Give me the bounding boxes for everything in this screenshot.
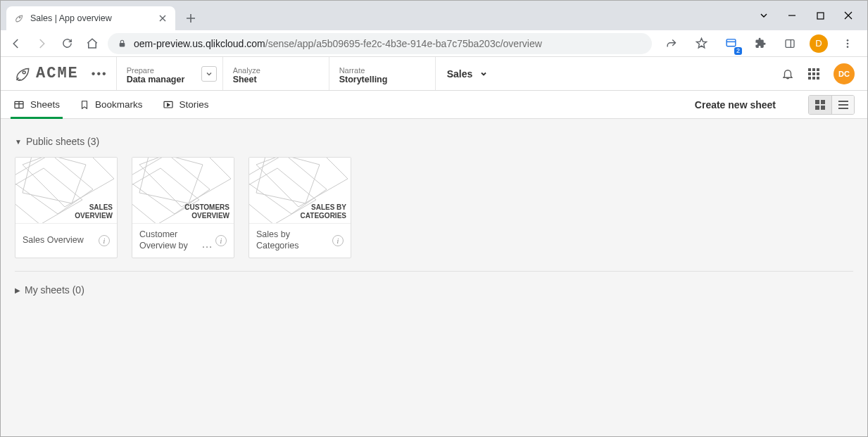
analyze-value: Sheet	[233, 75, 319, 84]
info-icon[interactable]: i	[99, 235, 110, 246]
my-sheets-header[interactable]: ▶ My sheets (0)	[15, 276, 853, 305]
public-sheets-title: Public sheets (3)	[26, 136, 99, 147]
svg-rect-3	[727, 39, 736, 46]
prepare-value: Data manager	[127, 75, 213, 84]
svg-rect-4	[786, 39, 794, 47]
bookmark-icon	[80, 99, 89, 110]
info-icon[interactable]: i	[215, 235, 227, 246]
brand-section: ACME •••	[1, 57, 116, 90]
chevron-down-icon[interactable]	[757, 9, 770, 22]
svg-rect-17	[817, 77, 819, 80]
analyze-segment[interactable]: Analyze Sheet	[223, 57, 329, 90]
minimize-button[interactable]	[786, 9, 798, 22]
triangle-down-icon: ▼	[15, 138, 22, 146]
user-avatar[interactable]: DC	[834, 63, 855, 84]
thumb-label: CUSTOMERSOVERVIEW	[184, 203, 229, 220]
svg-point-8	[23, 70, 25, 73]
lock-icon	[118, 39, 127, 48]
apps-grid-icon[interactable]	[808, 68, 819, 80]
sheet-name: Sales Overview	[23, 235, 96, 246]
address-bar[interactable]: oem-preview.us.qlikcloud.com/sense/app/a…	[108, 33, 652, 54]
svg-rect-2	[120, 43, 125, 46]
share-icon[interactable]	[662, 34, 681, 53]
tab-bookmarks-label: Bookmarks	[95, 99, 143, 110]
view-toggle	[808, 95, 855, 115]
prepare-segment[interactable]: Prepare Data manager	[117, 57, 222, 90]
narrate-segment[interactable]: Narrate Storytelling	[329, 57, 435, 90]
app-header: ACME ••• Prepare Data manager Analyze Sh…	[1, 57, 867, 91]
svg-point-5	[847, 39, 849, 42]
window-close-button[interactable]	[842, 9, 855, 22]
browser-tabbar: Sales | App overview	[1, 1, 867, 30]
svg-point-7	[847, 46, 849, 48]
my-sheets-title: My sheets (0)	[25, 284, 84, 296]
svg-rect-12	[808, 72, 811, 75]
svg-rect-22	[815, 106, 819, 110]
browser-tab[interactable]: Sales | App overview	[6, 6, 175, 30]
svg-rect-23	[821, 106, 825, 110]
thumb-label: SALESOVERVIEW	[75, 203, 113, 220]
list-view-button[interactable]	[831, 96, 854, 114]
section-divider	[15, 271, 853, 272]
narrate-value: Storytelling	[339, 75, 425, 84]
svg-rect-13	[812, 72, 815, 75]
app-name-dropdown[interactable]: Sales	[436, 57, 500, 90]
new-tab-button[interactable]	[181, 8, 201, 28]
home-button[interactable]	[82, 34, 102, 53]
grid-view-button[interactable]	[809, 96, 831, 114]
content-area: ▼ Public sheets (3) SALESOVERVIEWSales O…	[1, 119, 867, 436]
bookmark-star-icon[interactable]	[691, 34, 711, 53]
app-name: Sales	[447, 68, 473, 80]
public-sheets-header[interactable]: ▼ Public sheets (3)	[15, 127, 853, 157]
ellipsis-icon: …	[201, 238, 213, 252]
svg-rect-1	[817, 13, 824, 19]
maximize-button[interactable]	[814, 9, 826, 22]
tab-stories[interactable]: Stories	[163, 91, 209, 118]
sheet-card[interactable]: SALESOVERVIEWSales Overviewi	[15, 157, 118, 258]
prepare-label: Prepare	[127, 66, 213, 75]
sheet-card[interactable]: CUSTOMERSOVERVIEWCustomer Overview by…i	[132, 157, 234, 258]
create-new-sheet-button[interactable]: Create new sheet	[695, 99, 776, 110]
svg-rect-10	[812, 68, 815, 71]
stories-icon	[163, 99, 174, 110]
tab-sheets-label: Sheets	[30, 99, 60, 110]
sub-nav: Sheets Bookmarks Stories Create new shee…	[1, 91, 867, 119]
extensions-puzzle-icon[interactable]	[750, 34, 770, 53]
sheet-footer: Sales Overviewi	[15, 224, 117, 258]
sidepanel-icon[interactable]	[780, 34, 800, 53]
brand-menu-button[interactable]: •••	[92, 68, 108, 80]
reload-button[interactable]	[57, 34, 77, 53]
thumb-label: SALES BYCATEGORIES	[301, 203, 346, 220]
tab-close-icon[interactable]	[157, 13, 168, 24]
svg-rect-16	[812, 77, 815, 80]
svg-rect-9	[808, 68, 811, 71]
info-icon[interactable]: i	[332, 235, 344, 246]
rocket-icon	[13, 13, 25, 24]
narrate-label: Narrate	[339, 66, 425, 75]
forward-button[interactable]	[32, 34, 51, 53]
tab-bookmarks[interactable]: Bookmarks	[80, 91, 143, 118]
sheet-thumbnail: SALES BYCATEGORIES	[249, 158, 351, 224]
tab-title: Sales | App overview	[30, 13, 151, 23]
chevron-down-icon	[479, 70, 488, 78]
public-sheets-row: SALESOVERVIEWSales OverviewiCUSTOMERSOVE…	[15, 157, 853, 267]
sheet-card[interactable]: SALES BYCATEGORIESSales by Categoriesi	[249, 157, 351, 258]
svg-point-0	[19, 17, 20, 18]
prepare-dropdown-button[interactable]	[201, 66, 217, 82]
tab-sheets[interactable]: Sheets	[13, 91, 60, 118]
back-button[interactable]	[6, 34, 26, 53]
svg-point-6	[847, 42, 849, 44]
sheet-name: Sales by Categories	[256, 229, 329, 251]
triangle-right-icon: ▶	[15, 286, 20, 294]
brand-name: ACME	[36, 65, 79, 82]
rocket-logo-icon	[13, 65, 32, 83]
toolbar-right: 2 D	[658, 34, 862, 53]
extension-icon[interactable]: 2	[721, 34, 741, 53]
url-text: oem-preview.us.qlikcloud.com/sense/app/a…	[134, 38, 542, 49]
chrome-menu-icon[interactable]	[838, 34, 857, 53]
sheets-icon	[13, 99, 25, 110]
notifications-icon[interactable]	[781, 68, 794, 80]
profile-avatar[interactable]: D	[810, 34, 828, 53]
svg-rect-15	[808, 77, 811, 80]
extension-badge: 2	[734, 47, 742, 55]
